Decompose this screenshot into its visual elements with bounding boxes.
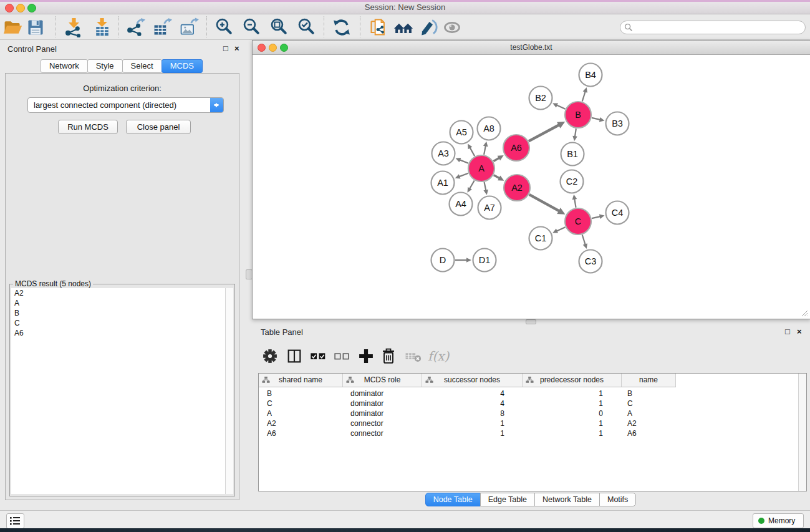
network-graph[interactable]: AA1A2A3A4A5A6A7A8BB1B2B3B4CC1C2C3C4DD1 — [253, 55, 809, 317]
node-C4[interactable]: C4 — [606, 201, 629, 225]
table-cell[interactable]: 1 — [521, 399, 619, 409]
column-header-shared-name[interactable]: shared name — [259, 374, 343, 387]
delete-table-icon[interactable] — [405, 347, 422, 365]
edge-A-A7[interactable] — [485, 182, 486, 191]
horizontal-splitter-grip[interactable] — [526, 319, 536, 324]
show-graphics-icon[interactable] — [442, 17, 462, 37]
column-header-name[interactable]: name — [622, 374, 676, 387]
edge-A-A3[interactable] — [459, 160, 468, 163]
table-cell[interactable]: B — [619, 389, 665, 399]
node-A4[interactable]: A4 — [450, 193, 473, 216]
table-row[interactable]: A6connector11A6 — [259, 428, 806, 438]
function-builder-icon[interactable]: f(x) — [428, 349, 449, 364]
edge-A6-B[interactable] — [529, 125, 560, 142]
memory-button[interactable]: Memory — [753, 513, 804, 528]
column-header-MCDS-role[interactable]: MCDS role — [343, 374, 422, 387]
result-item[interactable]: B — [11, 308, 226, 318]
table-cell[interactable]: A — [619, 409, 665, 418]
home-icon[interactable] — [393, 17, 413, 37]
result-item[interactable]: A — [11, 298, 226, 308]
result-list-scrollbar[interactable] — [225, 288, 233, 494]
table-cell[interactable]: 1 — [521, 389, 619, 399]
copy-network-icon[interactable] — [369, 17, 388, 37]
edge-A-A8[interactable] — [484, 145, 486, 155]
add-row-icon[interactable] — [357, 347, 375, 365]
node-A6[interactable]: A6 — [503, 135, 529, 161]
select-all-checks-icon[interactable] — [309, 347, 327, 365]
node-C2[interactable]: C2 — [561, 170, 584, 193]
result-item[interactable]: A2 — [11, 288, 226, 298]
settings-gear-icon[interactable] — [261, 347, 279, 365]
tab-mcds[interactable]: MCDS — [162, 59, 203, 73]
node-A8[interactable]: A8 — [478, 117, 501, 140]
node-C[interactable]: C — [565, 208, 591, 235]
table-cell[interactable]: 4 — [421, 399, 521, 409]
zoom-selected-icon[interactable] — [297, 17, 317, 37]
table-panel-close-icon[interactable]: × — [797, 327, 802, 337]
import-table-icon[interactable] — [92, 17, 112, 37]
table-cell[interactable]: 1 — [521, 418, 619, 428]
zoom-in-icon[interactable] — [215, 17, 234, 37]
column-header-predecessor-nodes[interactable]: predecessor nodes — [523, 374, 622, 387]
table-cell[interactable]: connector — [342, 428, 413, 438]
table-cell[interactable]: A2 — [259, 418, 334, 428]
window-resize-grip[interactable] — [799, 308, 808, 317]
table-panel-float-icon[interactable]: □ — [785, 327, 790, 337]
tab-select[interactable]: Select — [122, 59, 162, 73]
refresh-icon[interactable] — [332, 17, 352, 37]
table-cell[interactable]: 1 — [521, 428, 619, 438]
hide-annotations-icon[interactable] — [418, 17, 438, 37]
export-network-icon[interactable] — [126, 17, 146, 37]
edge-A2-C[interactable] — [529, 195, 560, 211]
table-cell[interactable]: 8 — [421, 409, 521, 418]
table-cell[interactable]: dominator — [342, 389, 413, 399]
run-mcds-button[interactable]: Run MCDS — [58, 120, 118, 134]
control-panel-close-icon[interactable]: × — [234, 44, 239, 54]
tab-motifs[interactable]: Motifs — [599, 493, 636, 506]
node-B3[interactable]: B3 — [606, 112, 629, 135]
table-row[interactable]: A2connector11A2 — [259, 418, 806, 428]
export-table-icon[interactable] — [152, 17, 172, 37]
table-cell[interactable]: 1 — [421, 418, 521, 428]
node-B2[interactable]: B2 — [529, 87, 552, 110]
edge-C-C2[interactable] — [574, 198, 576, 208]
table-cell[interactable]: A2 — [619, 418, 665, 428]
table-cell[interactable]: B — [259, 389, 334, 399]
table-cell[interactable]: 4 — [421, 389, 521, 399]
show-columns-icon[interactable] — [286, 347, 303, 365]
node-A[interactable]: A — [468, 155, 494, 181]
control-panel-float-icon[interactable]: □ — [223, 44, 228, 54]
edge-B-B3[interactable] — [592, 118, 601, 120]
edge-A-A4[interactable] — [470, 180, 475, 189]
zoom-out-icon[interactable] — [242, 17, 262, 37]
import-network-icon[interactable] — [64, 17, 84, 37]
node-B4[interactable]: B4 — [579, 64, 602, 87]
table-cell[interactable]: 1 — [421, 428, 521, 438]
close-panel-button[interactable]: Close panel — [126, 120, 191, 134]
node-A2[interactable]: A2 — [504, 175, 530, 201]
tab-network[interactable]: Network — [41, 59, 88, 73]
tab-node-table[interactable]: Node Table — [425, 493, 481, 506]
edge-B-B2[interactable] — [556, 105, 566, 109]
zoom-fit-icon[interactable] — [269, 17, 289, 37]
save-session-icon[interactable] — [26, 17, 46, 37]
table-cell[interactable]: dominator — [342, 409, 413, 418]
table-cell[interactable]: C — [619, 399, 665, 409]
node-A3[interactable]: A3 — [432, 142, 455, 165]
optimization-criterion-dropdown[interactable]: largest connected component (directed) — [27, 97, 224, 113]
tab-style[interactable]: Style — [87, 59, 123, 73]
column-header-successor-nodes[interactable]: successor nodes — [422, 374, 523, 387]
node-A1[interactable]: A1 — [432, 172, 455, 195]
node-D[interactable]: D — [432, 249, 455, 272]
result-item[interactable]: A6 — [11, 328, 226, 338]
edge-B-B1[interactable] — [575, 128, 576, 137]
search-box[interactable] — [620, 21, 806, 34]
network-canvas[interactable]: AA1A2A3A4A5A6A7A8BB1B2B3B4CC1C2C3C4DD1 — [253, 55, 809, 317]
edge-A-A5[interactable] — [470, 147, 475, 157]
clear-checks-icon[interactable] — [333, 347, 350, 365]
node-A7[interactable]: A7 — [478, 196, 501, 220]
table-cell[interactable]: A6 — [259, 428, 334, 438]
table-cell[interactable]: A6 — [619, 428, 665, 438]
tab-network-table[interactable]: Network Table — [534, 493, 600, 506]
result-item[interactable]: C — [11, 318, 226, 328]
